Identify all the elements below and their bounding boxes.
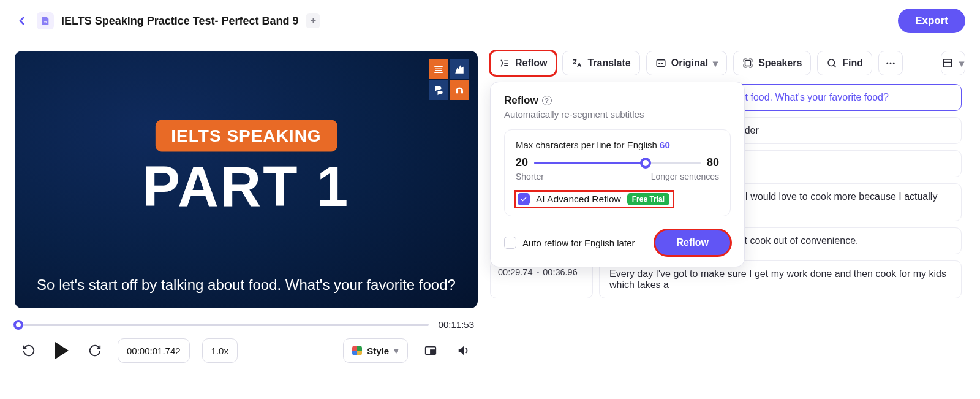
ai-advanced-row[interactable]: AI Advanced Reflow Free Trial: [516, 191, 673, 207]
project-icon: [37, 12, 54, 29]
video-overlay-title: PART 1: [143, 154, 350, 219]
svg-rect-1: [431, 350, 434, 354]
max-chars-value: 60: [660, 140, 670, 150]
reflow-label: Reflow: [515, 58, 547, 69]
slider-max: 80: [707, 156, 719, 169]
seek-bar[interactable]: [18, 324, 429, 326]
popover-subtitle: Automatically re-segment subtitles: [504, 109, 731, 120]
svg-rect-14: [943, 59, 952, 67]
slider-label-shorter: Shorter: [516, 172, 544, 181]
free-trial-badge: Free Trial: [627, 193, 669, 205]
svg-point-9: [828, 59, 835, 66]
export-button[interactable]: Export: [898, 9, 965, 33]
chevron-down-icon: ▾: [394, 345, 399, 356]
reflow-run-button[interactable]: Reflow: [655, 230, 731, 256]
search-icon: [826, 58, 837, 69]
style-swatch-icon: [352, 346, 362, 355]
reflow-icon: [499, 58, 510, 69]
svg-line-10: [834, 65, 836, 67]
auto-reflow-checkbox[interactable]: [504, 237, 516, 249]
layout-icon: [942, 58, 953, 69]
fullscreen-button[interactable]: [420, 340, 441, 361]
ai-advanced-checkbox[interactable]: [518, 193, 530, 205]
svg-point-12: [890, 63, 892, 64]
back-button[interactable]: [15, 13, 29, 28]
layout-button[interactable]: ▾: [941, 51, 965, 75]
video-badge-icons: [429, 59, 469, 100]
reflow-popover: Reflow ? Automatically re-segment subtit…: [490, 82, 745, 267]
ai-advanced-label: AI Advanced Reflow: [536, 194, 621, 205]
seek-handle[interactable]: [13, 320, 23, 330]
svg-point-13: [893, 63, 895, 64]
svg-rect-5: [657, 60, 665, 67]
max-chars-slider[interactable]: [534, 162, 701, 164]
reflow-button[interactable]: Reflow: [490, 51, 556, 75]
find-label: Find: [842, 58, 863, 69]
help-icon[interactable]: ?: [542, 96, 552, 105]
top-bar: IELTS Speaking Practice Test- Perfect Ba…: [0, 0, 980, 42]
translate-icon: [571, 58, 582, 69]
subtitle-toolbar: Reflow Translate Original ▾ Speakers Fin…: [490, 51, 965, 75]
slider-min: 20: [516, 156, 528, 169]
translate-button[interactable]: Translate: [562, 51, 639, 75]
skip-back-button[interactable]: [18, 340, 39, 361]
chevron-down-icon: ▾: [713, 58, 718, 69]
add-button[interactable]: +: [306, 13, 320, 28]
auto-reflow-row[interactable]: Auto reflow for English later: [504, 237, 635, 249]
video-preview[interactable]: IELTS SPEAKING PART 1 So let's start off…: [15, 51, 478, 308]
total-duration: 00:11:53: [439, 319, 474, 330]
video-overlay-badge: IELTS SPEAKING: [155, 120, 337, 152]
translate-label: Translate: [587, 58, 630, 69]
svg-point-11: [886, 63, 888, 64]
volume-button[interactable]: [453, 340, 474, 361]
original-label: Original: [671, 58, 708, 69]
popover-title: Reflow ?: [504, 94, 731, 107]
auto-reflow-label: Auto reflow for English later: [522, 238, 635, 248]
skip-forward-button[interactable]: [85, 340, 105, 361]
chevron-down-icon: ▾: [959, 58, 964, 69]
slider-label-longer: Longer sentences: [651, 172, 719, 181]
find-button[interactable]: Find: [817, 51, 872, 75]
max-chars-label: Max characters per line for English 60: [516, 140, 719, 150]
video-caption: So let's start off by talking about food…: [15, 276, 478, 294]
slider-handle[interactable]: [640, 158, 651, 169]
style-button[interactable]: Style ▾: [343, 338, 408, 363]
playback-rate[interactable]: 1.0x: [202, 338, 238, 363]
speakers-icon: [742, 58, 753, 69]
project-title: IELTS Speaking Practice Test- Perfect Ba…: [61, 15, 298, 28]
play-icon: [55, 342, 69, 359]
original-dropdown[interactable]: Original ▾: [646, 51, 727, 75]
more-icon: [885, 58, 896, 69]
style-label: Style: [367, 346, 389, 356]
speakers-label: Speakers: [758, 58, 802, 69]
more-button[interactable]: [878, 51, 903, 75]
timecode-input[interactable]: 00:00:01.742: [118, 338, 190, 363]
subtitle-icon: [655, 58, 666, 69]
svg-rect-8: [745, 61, 751, 66]
play-button[interactable]: [51, 340, 72, 361]
speakers-button[interactable]: Speakers: [733, 51, 811, 75]
